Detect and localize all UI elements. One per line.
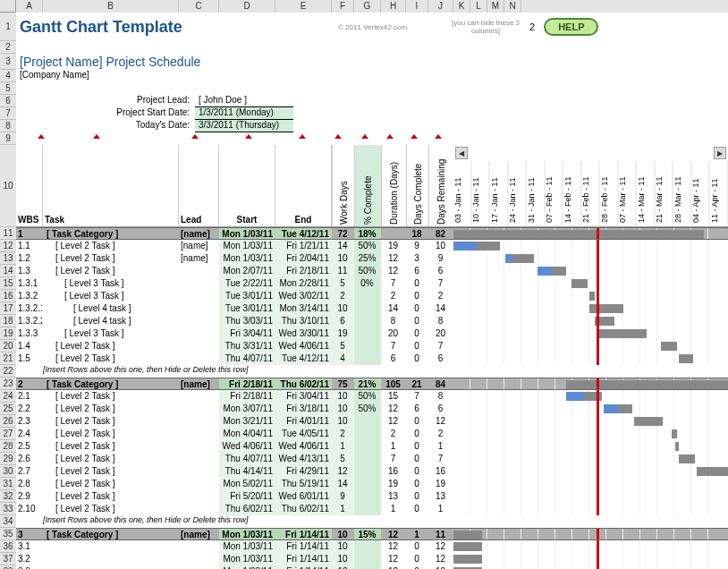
insert-row-hint[interactable]: [Insert Rows above this one, then Hide o… [16, 365, 728, 378]
row-header-18[interactable]: 18 [0, 315, 16, 327]
header-pct-complete[interactable]: % Complete [354, 145, 381, 226]
row-header-30[interactable]: 30 [0, 465, 16, 478]
task-row[interactable]: 2.10[ Level 2 Task ]Thu 6/02/11Thu 6/02/… [16, 503, 728, 515]
row-header-17[interactable]: 17 [0, 302, 16, 315]
header-duration[interactable]: Duration (Days) [381, 145, 406, 226]
task-row[interactable]: 1.1[ Level 2 Task ][name]Mon 1/03/11Fri … [16, 240, 728, 252]
row-header-19[interactable]: 19 [0, 327, 16, 340]
row-header-7[interactable]: 7 [0, 107, 16, 120]
task-row[interactable]: 3.2Mon 1/03/11Fri 1/14/111012012 [16, 553, 728, 565]
task-row[interactable]: 3.1Mon 1/03/11Fri 1/14/111012012 [16, 540, 728, 553]
row-header-35[interactable]: 35 [0, 528, 16, 540]
row-header-34[interactable]: 34 [0, 515, 16, 528]
task-row[interactable]: 1.3.3[ Level 3 Task ]Fri 3/04/11Wed 3/30… [16, 327, 728, 340]
row-header-25[interactable]: 25 [0, 403, 16, 415]
row-header-9[interactable]: 9 [0, 132, 16, 145]
row-header-2[interactable]: 2 [0, 41, 16, 54]
column-header-H[interactable]: H [381, 0, 406, 13]
task-row[interactable]: 1.3.2.1[ Level 4 task ]Tue 3/01/11Mon 3/… [16, 302, 728, 315]
row-header-22[interactable]: 22 [0, 365, 16, 378]
task-row[interactable]: 1.5[ Level 2 Task ]Thu 4/07/11Tue 4/12/1… [16, 352, 728, 365]
task-row[interactable]: 3.3Mon 1/03/11Fri 1/14/111012012 [16, 565, 728, 569]
row-header-14[interactable]: 14 [0, 265, 16, 277]
task-row[interactable]: 2.2[ Level 2 Task ]Mon 3/07/11Fri 3/18/1… [16, 403, 728, 415]
task-row[interactable]: 2.4[ Level 2 Task ]Mon 4/04/11Tue 4/05/1… [16, 428, 728, 440]
row-header-15[interactable]: 15 [0, 277, 16, 290]
task-row[interactable]: 1.2[ Level 2 Task ][name]Mon 1/03/11Fri … [16, 252, 728, 265]
task-row[interactable]: 1.3.2[ Level 3 Task ]Tue 3/01/11Wed 3/02… [16, 290, 728, 302]
row-header-1[interactable]: 1 [0, 13, 16, 41]
row-header-24[interactable]: 24 [0, 390, 16, 403]
column-header-G[interactable]: G [354, 0, 381, 13]
column-header-M[interactable]: M [487, 0, 504, 13]
header-task[interactable]: Task [43, 145, 179, 226]
column-header-K[interactable]: K [453, 0, 470, 13]
row-header-36[interactable]: 36 [0, 540, 16, 553]
header-wbs[interactable]: WBS [16, 145, 43, 226]
project-start-value[interactable]: 1/3/2011 (Monday) [195, 107, 293, 120]
column-header-N[interactable]: N [504, 0, 521, 13]
header-days-remaining[interactable]: Days Remaining [428, 145, 453, 226]
company-name[interactable]: [Company Name] [16, 70, 728, 82]
task-row[interactable]: 2.5[ Level 2 Task ]Wed 4/06/11Wed 4/06/1… [16, 440, 728, 453]
row-header-16[interactable]: 16 [0, 290, 16, 302]
column-header-C[interactable]: C [179, 0, 219, 13]
column-header-J[interactable]: J [428, 0, 453, 13]
column-header-E[interactable]: E [275, 0, 332, 13]
task-row[interactable]: 2.1[ Level 2 Task ]Fri 2/18/11Fri 3/04/1… [16, 390, 728, 403]
row-header-32[interactable]: 32 [0, 490, 16, 503]
column-header-A[interactable]: A [16, 0, 43, 13]
task-category-row[interactable]: 1[ Task Category ][name]Mon 1/03/11Tue 4… [16, 227, 728, 240]
task-row[interactable]: 2.8[ Level 2 Task ]Mon 5/02/11Thu 5/19/1… [16, 478, 728, 490]
task-row[interactable]: 1.3[ Level 2 Task ]Mon 2/07/11Fri 2/18/1… [16, 265, 728, 277]
row-header-21[interactable]: 21 [0, 352, 16, 365]
row-header-8[interactable]: 8 [0, 120, 16, 132]
row-header-33[interactable]: 33 [0, 503, 16, 515]
header-end[interactable]: End [275, 145, 332, 226]
task-row[interactable]: 1.3.1[ Level 3 Task ]Tue 2/22/11Mon 2/28… [16, 277, 728, 290]
scroll-right-button[interactable]: ▶ [714, 147, 726, 159]
row-header-23[interactable]: 23 [0, 378, 16, 390]
row-header-27[interactable]: 27 [0, 428, 16, 440]
header-work-days[interactable]: Work Days [332, 145, 354, 226]
task-category-row[interactable]: 2[ Task Category ][name]Fri 2/18/11Thu 6… [16, 378, 728, 390]
row-header-5[interactable]: 5 [0, 82, 16, 95]
project-title[interactable]: [Project Name] Project Schedule [16, 55, 200, 69]
column-header-D[interactable]: D [219, 0, 275, 13]
task-row[interactable]: 2.6[ Level 2 Task ]Thu 4/07/11Wed 4/13/1… [16, 453, 728, 465]
task-row[interactable]: 2.7[ Level 2 Task ]Thu 4/14/11Fri 4/29/1… [16, 465, 728, 478]
project-lead-value[interactable]: [ John Doe ] [195, 95, 293, 107]
row-header-13[interactable]: 13 [0, 252, 16, 265]
row-header-28[interactable]: 28 [0, 440, 16, 453]
row-header-31[interactable]: 31 [0, 478, 16, 490]
row-header-29[interactable]: 29 [0, 453, 16, 465]
help-button[interactable]: HELP [544, 18, 598, 36]
task-row[interactable]: 2.9[ Level 2 Task ]Fri 5/20/11Wed 6/01/1… [16, 490, 728, 503]
header-days-complete[interactable]: Days Complete [406, 145, 428, 226]
header-lead[interactable]: Lead [179, 145, 219, 226]
task-row[interactable]: 1.3.2.2[ Level 4 task ]Thu 3/03/11Thu 3/… [16, 315, 728, 327]
row-header-11[interactable]: 11 [0, 227, 16, 240]
copyright-text: © 2011 Vertex42.com [338, 23, 445, 31]
column-header-I[interactable]: I [406, 0, 428, 13]
row-header-12[interactable]: 12 [0, 240, 16, 252]
task-row[interactable]: 2.3[ Level 2 Task ]Mon 3/21/11Fri 4/01/1… [16, 415, 728, 428]
row-header-10[interactable]: 10 [0, 145, 16, 227]
scroll-left-button[interactable]: ◀ [455, 147, 468, 159]
select-all-corner[interactable] [0, 0, 16, 13]
row-header-37[interactable]: 37 [0, 553, 16, 565]
column-header-F[interactable]: F [332, 0, 354, 13]
row-header-3[interactable]: 3 [0, 54, 16, 70]
column-header-B[interactable]: B [43, 0, 179, 13]
row-header-26[interactable]: 26 [0, 415, 16, 428]
task-row[interactable]: 1.4[ Level 2 Task ]Thu 3/31/11Wed 4/06/1… [16, 340, 728, 352]
task-category-row[interactable]: 3[ Task Category ][name]Mon 1/03/11Fri 1… [16, 528, 728, 540]
row-header-38[interactable]: 38 [0, 565, 16, 569]
header-start[interactable]: Start [219, 145, 275, 226]
column-header-L[interactable]: L [470, 0, 487, 13]
row-header-20[interactable]: 20 [0, 340, 16, 352]
today-date-value[interactable]: 3/3/2011 (Thursday) [195, 120, 293, 132]
row-header-4[interactable]: 4 [0, 70, 16, 82]
row-header-6[interactable]: 6 [0, 95, 16, 107]
insert-row-hint[interactable]: [Insert Rows above this one, then Hide o… [16, 515, 728, 528]
